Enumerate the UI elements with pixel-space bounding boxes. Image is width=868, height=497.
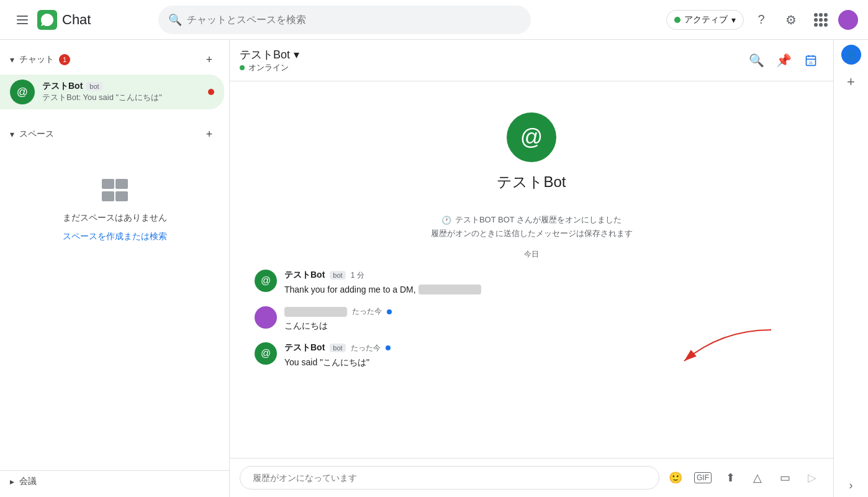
svg-rect-8 <box>807 59 816 60</box>
sender-bot-badge: bot <box>330 271 345 280</box>
chat-bot-name: テストBot <box>240 47 290 62</box>
sender-name: テストBot <box>284 342 325 353</box>
apps-button[interactable] <box>808 7 833 32</box>
bot-message-avatar: @ <box>255 342 277 365</box>
search-bar[interactable]: 🔍 <box>158 6 531 34</box>
online-status: オンライン <box>240 62 299 73</box>
emoji-button[interactable]: 🙂 <box>664 467 687 489</box>
blurred-user-name: XXXXXXXXXX <box>284 307 347 317</box>
message-text: You said "こんにちは" <box>284 356 808 369</box>
message-header: テストBot bot たった今 <box>284 342 808 353</box>
gif-button[interactable]: GIF <box>692 467 714 489</box>
send-button[interactable]: ▷ <box>801 467 823 489</box>
search-in-chat-button[interactable]: 🔍 <box>744 48 769 73</box>
svg-rect-3 <box>102 191 114 201</box>
chats-section-title: ▾ チャット 1 <box>10 54 70 65</box>
user-avatar[interactable] <box>838 10 858 30</box>
sender-bot-badge: bot <box>330 344 345 352</box>
help-icon: ? <box>757 12 764 27</box>
spaces-chevron-icon: ▾ <box>10 129 14 139</box>
gear-icon: ⚙ <box>785 12 797 27</box>
status-chevron-icon: ▾ <box>731 15 736 25</box>
top-header: Chat 🔍 アクティブ ▾ ? ⚙ <box>0 0 868 40</box>
chat-item-preview: テストBot: You said "こんにちは" <box>42 92 201 103</box>
message-time: たった今 <box>352 306 382 317</box>
messages-area[interactable]: @ テストBot 🕐 テストBOT BOT さんが履歴をオンにしました 履歴がオ… <box>230 81 833 458</box>
no-spaces-text: まだスペースはありません <box>63 212 167 224</box>
upload-button[interactable]: ⬆ <box>719 467 741 489</box>
main-layout: ▾ チャット 1 + @ テストBot bot テストBot: You said… <box>0 40 868 497</box>
sender-name: テストBot <box>284 270 325 281</box>
bot-intro-name: テストBot <box>497 172 566 192</box>
chat-list-item[interactable]: @ テストBot bot テストBot: You said "こんにちは" <box>0 75 224 109</box>
message-group: @ テストBot bot 1 分 Thank you for adding me… <box>255 270 808 296</box>
chat-title[interactable]: テストBot ▾ <box>240 47 299 62</box>
arrow-annotation-container: @ テストBot bot たった今 You said "こんにちは" <box>255 342 808 369</box>
search-in-chat-icon: 🔍 <box>749 53 764 68</box>
expand-icon[interactable]: › <box>849 479 853 492</box>
chat-title-chevron-icon: ▾ <box>294 48 299 62</box>
input-area: 🙂 GIF ⬆ △ ▭ ▷ <box>230 458 833 497</box>
svg-rect-7 <box>813 55 814 57</box>
message-text: Thank you for adding me to a DM, XXXXXXX… <box>284 283 808 296</box>
online-indicator <box>387 309 392 314</box>
grid-icon <box>814 13 828 27</box>
chats-section-header[interactable]: ▾ チャット 1 + <box>0 45 229 75</box>
sidebar: ▾ チャット 1 + @ テストBot bot テストBot: You said… <box>0 40 230 497</box>
bot-intro: @ テストBot <box>255 94 808 204</box>
chat-header-actions: 🔍 📌 31 <box>744 48 823 73</box>
video-button[interactable]: ▭ <box>774 467 796 489</box>
add-chat-button[interactable]: + <box>199 50 219 70</box>
chat-area: テストBot ▾ オンライン 🔍 📌 <box>230 40 833 497</box>
meeting-section-header[interactable]: ▸ 会議 <box>0 470 229 492</box>
svg-rect-6 <box>808 55 810 57</box>
app-name: Chat <box>62 12 91 28</box>
chats-chevron-icon: ▾ <box>10 55 14 65</box>
message-content: XXXXXXXXXX たった今 こんにちは <box>284 306 808 332</box>
message-content: テストBot bot たった今 You said "こんにちは" <box>284 342 808 369</box>
history-notice: 🕐 テストBOT BOT さんが履歴をオンにしました 履歴がオンのときに送信した… <box>255 214 808 239</box>
header-right: アクティブ ▾ ? ⚙ <box>666 7 858 32</box>
blurred-username: XXXXXXXXXX <box>418 285 481 294</box>
svg-text:31: 31 <box>809 61 813 65</box>
send-icon: ▷ <box>808 471 816 485</box>
pin-button[interactable]: 📌 <box>771 48 796 73</box>
emoji-icon: 🙂 <box>669 471 682 485</box>
help-button[interactable]: ? <box>749 7 774 32</box>
bot-intro-avatar: @ <box>507 112 556 162</box>
calendar-button[interactable]: 31 <box>798 48 823 73</box>
spaces-section-header[interactable]: ▾ スペース + <box>0 119 229 149</box>
calendar-icon: 31 <box>805 54 817 66</box>
message-group: @ テストBot bot たった今 You said "こんにちは" <box>255 342 808 369</box>
hamburger-button[interactable] <box>10 7 35 32</box>
video-icon: ▭ <box>780 471 790 485</box>
pin-icon: 📌 <box>776 53 792 68</box>
message-content: テストBot bot 1 分 Thank you for adding me t… <box>284 270 808 296</box>
chats-label: チャット <box>19 54 54 65</box>
message-header: XXXXXXXXXX たった今 <box>284 306 808 317</box>
chat-item-name: テストBot bot <box>42 81 201 92</box>
chat-header: テストBot ▾ オンライン 🔍 📌 <box>230 40 833 81</box>
app-logo: Chat <box>37 10 91 30</box>
status-label: アクティブ <box>684 14 728 25</box>
svg-rect-2 <box>115 179 128 189</box>
right-strip-add-button[interactable]: + <box>839 70 864 94</box>
settings-button[interactable]: ⚙ <box>779 7 803 32</box>
svg-rect-4 <box>115 191 128 201</box>
search-input[interactable] <box>187 14 521 25</box>
drive-button[interactable]: △ <box>746 467 769 489</box>
status-button[interactable]: アクティブ ▾ <box>666 10 744 30</box>
spaces-label: スペース <box>19 129 54 140</box>
right-strip-user-avatar[interactable]: 👤 <box>841 45 861 65</box>
gif-icon: GIF <box>694 472 712 483</box>
sender-name: XXXXXXXXXX <box>284 307 347 317</box>
chat-item-info: テストBot bot テストBot: You said "こんにちは" <box>42 81 201 103</box>
status-dot <box>674 17 680 23</box>
person-icon: 👤 <box>845 49 857 61</box>
message-input[interactable] <box>240 466 659 490</box>
spaces-empty-icon <box>99 174 130 205</box>
bot-message-avatar: @ <box>255 270 277 292</box>
hamburger-icon <box>17 16 28 24</box>
create-space-link[interactable]: スペースを作成または検索 <box>63 231 167 242</box>
add-space-button[interactable]: + <box>199 124 219 144</box>
